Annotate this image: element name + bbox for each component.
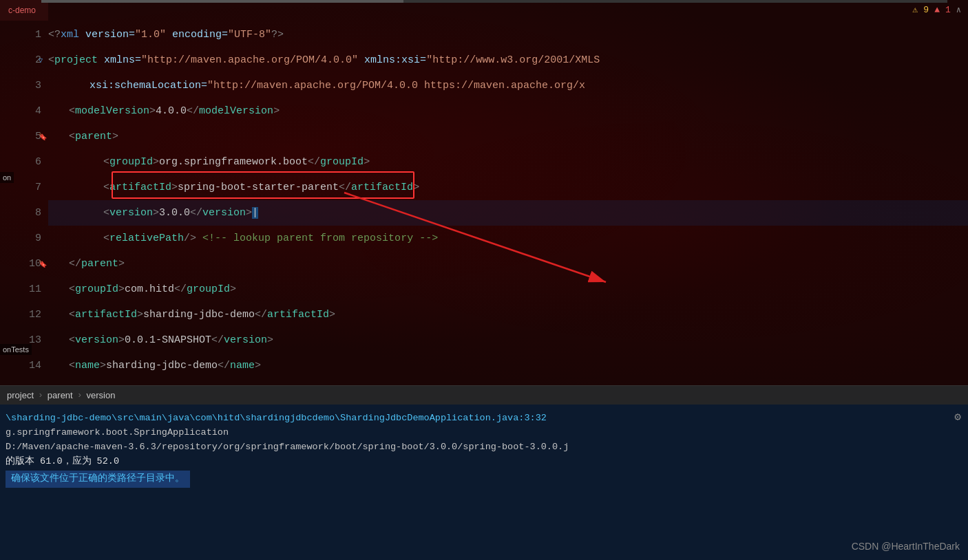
breadcrumb-bar: project › parent › version	[0, 385, 968, 405]
bookmark-icon-5: 🔖	[39, 133, 47, 141]
warning-badge: ⚠ 9 ▲ 1 ∧	[913, 4, 962, 15]
code-line-9: 9 <relativePath/> <!-- lookup parent fro…	[48, 226, 968, 251]
breadcrumb-version: version	[87, 390, 116, 400]
code-line-10: 10 🔖 </parent>	[48, 251, 968, 277]
editor-area: c-demo ⚠ 9 ▲ 1 ∧ on onTests 1 <?xml vers…	[0, 0, 968, 385]
watermark: CSDN @HeartInTheDark	[852, 541, 960, 552]
warning-icon: ⚠	[913, 4, 918, 15]
breadcrumb-sep-1: ›	[38, 390, 43, 400]
code-content: 1 <?xml version="1.0" encoding="UTF-8"?>…	[41, 22, 968, 385]
warning-count: 9	[923, 5, 929, 15]
bookmark-icon-10: 🔖	[39, 260, 47, 268]
code-line-13: 13 <version>0.0.1-SNAPSHOT</version>	[48, 327, 968, 353]
code-line-2: 2 ▽ <project xmlns="http://maven.apache.…	[48, 47, 968, 73]
code-line-15: 15 <description>sharding-jdbc-demo</desc…	[48, 378, 968, 385]
code-line-7: 7 <artifactId>spring-boot-starter-parent…	[48, 175, 968, 200]
code-line-3: 3 xsi:schemaLocation="http://maven.apach…	[48, 73, 968, 98]
code-line-8: 8 <version>3.0.0</version>|	[48, 200, 968, 226]
breadcrumb-sep-2: ›	[77, 390, 83, 400]
code-line-11: 11 <groupId>com.hitd</groupId>	[48, 277, 968, 302]
expand-icon[interactable]: ∧	[956, 5, 961, 15]
top-scrollbar[interactable]	[41, 0, 947, 3]
scrollbar-thumb	[41, 0, 403, 3]
terminal-line-1: \sharding-jdbc-demo\src\main\java\com\hi…	[0, 411, 968, 426]
code-line-1: 1 <?xml version="1.0" encoding="UTF-8"?>	[48, 22, 968, 47]
tab-name: c-demo	[8, 6, 36, 15]
code-line-12: 12 <artifactId>sharding-jdbc-demo</artif…	[48, 302, 968, 327]
error-count: 1	[945, 5, 951, 15]
breadcrumb-project: project	[7, 390, 34, 400]
breadcrumb-parent: parent	[48, 390, 73, 400]
terminal-line-4: 的版本 61.0，应为 52.0	[0, 455, 968, 469]
fold-icon-2: ▽	[39, 56, 43, 65]
terminal-line-3: D:/Maven/apache-maven-3.6.3/repository/o…	[0, 440, 968, 455]
code-line-14: 14 <name>sharding-jdbc-demo</name>	[48, 353, 968, 378]
terminal-line-2: g.springframework.boot.SpringApplication	[0, 426, 968, 440]
terminal-line-5: 确保该文件位于正确的类路径子目录中。	[0, 471, 968, 488]
gear-icon[interactable]: ⚙	[954, 410, 961, 424]
error-icon: ▲	[934, 5, 940, 15]
code-line-6: 6 <groupId>org.springframework.boot</gro…	[48, 149, 968, 175]
code-line-5: 5 🔖 <parent>	[48, 124, 968, 149]
terminal-area: ⚙ \sharding-jdbc-demo\src\main\java\com\…	[0, 405, 968, 560]
editor-tab[interactable]: c-demo	[0, 0, 48, 21]
code-line-4: 4 <modelVersion>4.0.0</modelVersion>	[48, 98, 968, 124]
